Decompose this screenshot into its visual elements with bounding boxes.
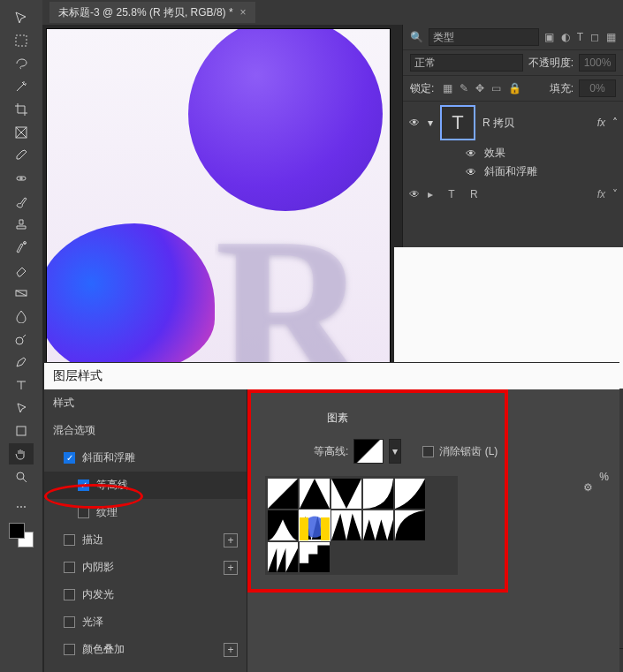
style-satin[interactable]: 光泽 <box>44 608 247 636</box>
contour-preset-rolling[interactable] <box>362 510 394 541</box>
history-brush-tool[interactable] <box>9 237 34 258</box>
fx-badge[interactable]: fx <box>597 188 605 200</box>
visibility-toggle[interactable]: 👁 <box>465 166 477 178</box>
blur-tool[interactable] <box>9 306 34 327</box>
style-color-overlay[interactable]: 颜色叠加+ <box>44 636 247 663</box>
visibility-toggle[interactable]: 👁 <box>465 147 477 160</box>
style-bevel[interactable]: 斜面和浮雕 <box>44 444 247 472</box>
filter-type-icon[interactable]: T <box>577 31 583 43</box>
wand-tool[interactable] <box>9 76 34 97</box>
lasso-tool[interactable] <box>9 53 34 74</box>
checkbox[interactable] <box>64 589 75 600</box>
contour-preset-cone-inv[interactable] <box>330 478 362 510</box>
gradient-tool[interactable] <box>9 283 34 304</box>
close-tab-icon[interactable]: × <box>240 6 247 19</box>
add-effect-icon[interactable]: + <box>224 533 238 547</box>
checkbox[interactable] <box>64 562 75 573</box>
dodge-tool[interactable] <box>9 328 34 350</box>
effects-row[interactable]: 👁 效果 <box>403 144 623 162</box>
percent-label: % <box>599 471 609 483</box>
layer-thumb[interactable]: T <box>440 105 475 140</box>
filter-smart-icon[interactable]: ▦ <box>606 31 616 43</box>
add-effect-icon[interactable]: + <box>224 643 238 657</box>
filter-pixel-icon[interactable]: ▣ <box>544 31 554 43</box>
filter-type-dropdown[interactable]: 类型 <box>429 28 539 46</box>
checkbox[interactable] <box>78 507 89 518</box>
filter-adjust-icon[interactable]: ◐ <box>561 31 570 43</box>
marquee-tool[interactable] <box>9 30 34 51</box>
move-tool[interactable] <box>9 7 34 28</box>
layer-row-1[interactable]: 👁 ▾ T R 拷贝 fx ˄ <box>403 102 623 144</box>
antialias-checkbox[interactable] <box>422 446 434 457</box>
contour-settings: 图素 等高线: ▾ 消除锯齿 (L) ⚙ % <box>247 389 619 672</box>
layer-name[interactable]: R 拷贝 <box>482 116 590 131</box>
fx-badge[interactable]: fx <box>597 117 605 129</box>
heal-tool[interactable] <box>9 168 34 189</box>
color-swatches[interactable] <box>9 523 34 547</box>
visibility-toggle[interactable]: 👁 <box>408 188 421 200</box>
crop-tool[interactable] <box>9 99 34 120</box>
checkbox[interactable] <box>78 479 89 491</box>
foreground-color-swatch[interactable] <box>9 523 25 539</box>
stamp-tool[interactable] <box>9 214 34 235</box>
contour-preset-cove-shallow[interactable] <box>394 478 426 510</box>
contour-preset-steps[interactable] <box>299 541 330 573</box>
zoom-tool[interactable] <box>9 466 34 487</box>
edit-toolbar-icon[interactable]: ⋯ <box>9 496 34 517</box>
dialog-title: 图层样式 <box>44 363 619 389</box>
svg-point-7 <box>17 472 24 479</box>
opacity-value[interactable]: 100% <box>579 54 616 72</box>
style-contour[interactable]: 等高线 <box>44 472 247 499</box>
fill-value[interactable]: 0% <box>579 79 616 97</box>
brush-tool[interactable] <box>9 191 34 212</box>
layer-name[interactable]: R <box>470 188 590 200</box>
checkbox[interactable] <box>64 534 75 546</box>
layer-row-2[interactable]: 👁 ▸ T R fx ˅ <box>403 181 623 208</box>
contour-preset-cove-deep[interactable] <box>362 478 394 510</box>
eyedropper-tool[interactable] <box>9 145 34 166</box>
style-blending[interactable]: 混合选项 <box>44 417 247 444</box>
visibility-toggle[interactable]: 👁 <box>408 117 421 129</box>
shape-tool[interactable] <box>9 420 34 442</box>
fx-collapse-icon[interactable]: ˄ <box>612 117 618 129</box>
contour-preset-ring-double[interactable]: ↖ <box>299 510 330 541</box>
frame-tool[interactable] <box>9 122 34 143</box>
style-texture[interactable]: 纹理 <box>44 499 247 526</box>
hand-tool[interactable] <box>9 443 34 464</box>
blend-mode-dropdown[interactable]: 正常 <box>410 54 523 72</box>
lock-pos-icon[interactable]: ✥ <box>475 82 484 94</box>
contour-preset-cone[interactable] <box>299 478 330 510</box>
document-tabbar: 未标题-3 @ 25.8% (R 拷贝, RGB/8) * × <box>42 0 623 25</box>
type-tool[interactable] <box>9 374 34 396</box>
contour-preview[interactable] <box>353 439 384 464</box>
filter-shape-icon[interactable]: ◻ <box>590 31 599 43</box>
lock-paint-icon[interactable]: ✎ <box>460 82 468 94</box>
style-stroke[interactable]: 描边+ <box>44 526 247 554</box>
pen-tool[interactable] <box>9 351 34 373</box>
bevel-effect-row[interactable]: 👁 斜面和浮雕 <box>403 162 623 181</box>
fx-collapse-icon[interactable]: ˅ <box>612 188 618 200</box>
lock-label: 锁定: <box>410 81 434 96</box>
search-icon[interactable]: 🔍 <box>410 31 423 43</box>
checkbox[interactable] <box>64 452 75 464</box>
eraser-tool[interactable] <box>9 260 34 281</box>
style-inner-shadow[interactable]: 内阴影+ <box>44 554 247 581</box>
lock-trans-icon[interactable]: ▦ <box>443 82 452 94</box>
contour-preset-rounded[interactable] <box>394 510 426 541</box>
contour-preset-gaussian[interactable] <box>267 510 299 541</box>
document-tab[interactable]: 未标题-3 @ 25.8% (R 拷贝, RGB/8) * × <box>49 2 255 23</box>
contour-preset-sawtooth[interactable] <box>267 541 299 573</box>
gear-icon[interactable]: ⚙ <box>583 481 593 494</box>
add-effect-icon[interactable]: + <box>224 561 238 575</box>
lock-all-icon[interactable]: 🔒 <box>508 82 521 94</box>
lock-artboard-icon[interactable]: ▭ <box>491 82 501 94</box>
document-canvas[interactable]: R <box>46 28 391 373</box>
contour-preset-linear[interactable] <box>267 478 299 510</box>
checkbox[interactable] <box>64 644 75 655</box>
style-styles[interactable]: 样式 <box>44 389 247 417</box>
style-inner-glow[interactable]: 内发光 <box>44 581 247 608</box>
checkbox[interactable] <box>64 616 75 628</box>
contour-dropdown-icon[interactable]: ▾ <box>389 439 401 464</box>
contour-preset-ring[interactable] <box>330 510 362 541</box>
path-select-tool[interactable] <box>9 397 34 419</box>
